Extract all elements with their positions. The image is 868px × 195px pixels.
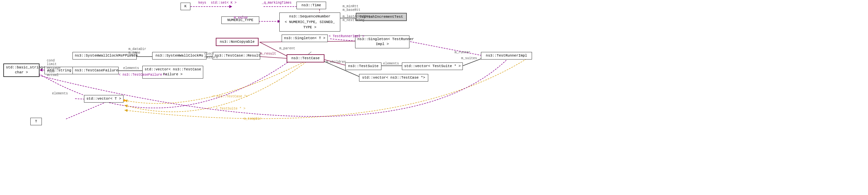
label-m-suites: m_suites (461, 56, 477, 60)
node-ns3-testsuite: ns3::TestSuite (345, 63, 381, 70)
label-stdset: std::set< K > (211, 1, 237, 5)
node-std-vector-T: std::vector< T > ◆ (84, 95, 124, 103)
node-ns3-testrunnerimpl: ns3::TestRunnerImpl (481, 52, 532, 60)
label-m-priv: m_priv (125, 53, 137, 57)
label-q-markingtimes: _q_markingTimes (262, 1, 291, 5)
node-ns3-sequence-number: ns3::SequenceNumber< NUMERIC_TYPE, SIGNE… (279, 12, 340, 32)
svg-line-8 (407, 41, 484, 56)
node-testcase-result: ns3::TestCase::Result (213, 52, 260, 60)
label-m-tempdir: m_tempDir (244, 117, 261, 121)
svg-line-18 (66, 102, 106, 119)
diagram-container: std::basic_string<char > std::string K N… (0, 0, 868, 195)
label-m-value: m_value (234, 16, 248, 20)
node-std-vector-testsuite-ptr: std::vector< TestSuite * > (402, 63, 463, 70)
label-m-parent: m_parent (279, 47, 295, 50)
label-elements-testsuite: elements (383, 62, 399, 66)
node-std-basic-string: std::basic_string<char > (3, 64, 39, 77)
label-testrunnerimpl-ref: < TestRunnerImpl > (329, 35, 364, 38)
label-elements-testcase-failure: elements (123, 67, 139, 70)
node-std-vector-testcase-ptr: std::vector< ns3::TestCase *> (359, 74, 428, 82)
svg-line-5 (330, 39, 356, 41)
label-m-children: m_children (326, 60, 346, 64)
label-keys: keys (198, 1, 206, 5)
node-ns3-testcase: ns3::TestCase (287, 54, 324, 63)
label-testcase-ptr-ref: < ns3::TestCase *> (213, 95, 248, 98)
label-clock-failure: clockfailure (204, 52, 218, 59)
arrows-svg (0, 0, 868, 195)
node-testcasefailure: ns3::TestCaseFailure (72, 67, 119, 74)
label-m-runner: m_runner (455, 51, 470, 54)
node-systemwallclockms: ns3::SystemWallClockMs (152, 52, 207, 60)
node-K: K (181, 3, 190, 10)
label-cond: condlimitmessagefileactual (47, 59, 61, 77)
svg-line-11 (259, 56, 290, 58)
label-m-lastacked: m_lastAckedSeqm_nextTxSeg (343, 15, 370, 22)
label-elements-vector: elements (52, 92, 68, 95)
node-T: T (30, 118, 42, 125)
node-ns3-time: ns3::Time (297, 2, 326, 9)
label-testcasefailure-ref: < ns3::TestCaseFailure > (119, 73, 166, 77)
node-ns3-singleton-T: ns3::Singleton< T > (282, 35, 328, 42)
label-testsuite-ptr-ref: < TestSuite * > (216, 107, 245, 111)
label-m-result: m_result (260, 52, 276, 55)
node-ns3-noncopyable: ns3::NonCopyable (216, 38, 258, 46)
label-m-minrtt: m_minRttm_baseRtt (343, 5, 361, 12)
